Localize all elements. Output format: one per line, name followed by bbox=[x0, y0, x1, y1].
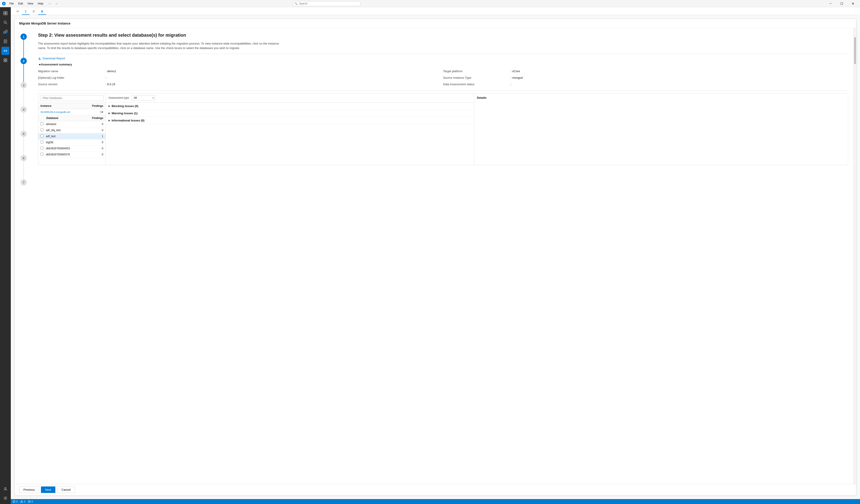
next-button[interactable]: Next bbox=[41, 487, 56, 493]
db-row[interactable]: abhatest 0 bbox=[38, 121, 105, 127]
instance-name: IIILIIIIIIILIIILII.mongodb.net bbox=[41, 110, 87, 113]
step-1-item: 1 bbox=[20, 33, 27, 58]
step-3-circle: 3 bbox=[20, 82, 27, 88]
window-restore-button[interactable] bbox=[836, 0, 847, 7]
svg-rect-12 bbox=[5, 32, 7, 33]
db-row-checkbox[interactable] bbox=[41, 122, 43, 125]
assessment-type-select[interactable]: AllBlockingWarningInformational bbox=[132, 95, 155, 101]
db-row-checkbox[interactable] bbox=[41, 153, 43, 155]
db-row[interactable]: bigDB 0 bbox=[38, 139, 105, 146]
svg-point-27 bbox=[22, 502, 22, 502]
filter-databases-input[interactable] bbox=[40, 95, 104, 101]
target-platform-label: Target platform bbox=[443, 69, 511, 74]
db-row-checkbox-wrapper bbox=[41, 140, 45, 144]
details-panel: Details bbox=[474, 93, 848, 165]
issue-label-2: Informational Issues (0) bbox=[112, 119, 144, 122]
db-row[interactable]: db63828765864653 0 bbox=[38, 146, 105, 152]
search-bar: 🔍 bbox=[293, 1, 360, 6]
instance-row[interactable]: IIILIIIIIIILIIILII.mongodb.net 14 bbox=[38, 109, 105, 115]
previous-button[interactable]: Previous bbox=[19, 487, 39, 493]
nav-forward-button[interactable]: → bbox=[54, 1, 60, 6]
issue-category-0[interactable]: ▶ Blocking Issues (0) bbox=[106, 103, 474, 110]
database-col-header: Database bbox=[46, 117, 90, 120]
sidebar-item-grid[interactable] bbox=[1, 56, 10, 64]
nav-back-button[interactable]: ← bbox=[47, 1, 53, 6]
summary-grid: Migration name : demo1 Target platform :… bbox=[38, 69, 848, 87]
db-row[interactable]: adf_dlq_test 0 bbox=[38, 127, 105, 133]
step-label: Step 2: bbox=[38, 33, 53, 38]
db-row-checkbox-wrapper bbox=[41, 147, 45, 150]
filter-input-wrapper bbox=[38, 93, 105, 103]
issue-category-2[interactable]: ▶ Informational Issues (0) bbox=[106, 117, 474, 124]
sidebar-item-search[interactable] bbox=[1, 18, 10, 27]
db-row-checkbox[interactable] bbox=[41, 140, 43, 144]
step-2-connector bbox=[24, 64, 24, 82]
tab-h[interactable]: H bbox=[14, 9, 22, 15]
svg-point-25 bbox=[14, 502, 14, 502]
warning-count: 0 bbox=[24, 500, 25, 503]
dialog-header: Migrate MongoDB Server Instance bbox=[15, 19, 856, 28]
sidebar-item-notebooks[interactable] bbox=[1, 37, 10, 45]
db-row-checkbox-wrapper bbox=[41, 122, 45, 126]
db-row-checkbox[interactable] bbox=[41, 129, 43, 131]
sidebar-item-account[interactable] bbox=[1, 485, 10, 493]
dialog-title: Migrate MongoDB Server Instance bbox=[19, 21, 70, 25]
migration-name-value: : demo1 bbox=[105, 69, 443, 74]
db-row-checkbox[interactable] bbox=[41, 134, 43, 137]
sidebar-item-extensions[interactable] bbox=[1, 28, 10, 36]
scroll-track[interactable] bbox=[854, 28, 856, 484]
db-row-name: adf_test bbox=[45, 135, 90, 138]
sidebar bbox=[0, 7, 11, 504]
cancel-button[interactable]: Cancel bbox=[57, 487, 75, 493]
issue-chevron-1: ▶ bbox=[109, 112, 110, 115]
tab-number-b[interactable]: B bbox=[38, 9, 46, 15]
db-row-findings: 0 bbox=[90, 122, 103, 126]
titlebar: A File Edit View Help ← → 🔍 ✕ bbox=[0, 0, 860, 7]
svg-rect-6 bbox=[4, 13, 5, 15]
window-minimize-button[interactable] bbox=[825, 0, 836, 7]
section-divider-2 bbox=[38, 90, 848, 90]
error-count: 0 bbox=[16, 500, 17, 503]
scroll-thumb[interactable] bbox=[854, 37, 856, 64]
sidebar-item-settings[interactable] bbox=[1, 494, 10, 502]
window-close-button[interactable]: ✕ bbox=[848, 0, 858, 7]
step-7-circle: 7 bbox=[20, 179, 27, 186]
menu-edit[interactable]: Edit bbox=[16, 1, 25, 6]
sidebar-item-connections[interactable] bbox=[1, 9, 10, 17]
svg-rect-17 bbox=[4, 59, 5, 60]
step-5-item: 5 bbox=[20, 131, 27, 155]
error-icon bbox=[13, 500, 15, 503]
tab-number-1[interactable]: 1 bbox=[22, 9, 30, 15]
search-input[interactable] bbox=[293, 1, 360, 6]
tab-g[interactable]: G bbox=[29, 9, 38, 15]
download-report-link[interactable]: Download Report bbox=[38, 57, 65, 60]
description-text: The assessment report below highlights t… bbox=[38, 41, 286, 50]
tabbar: H 1 G B bbox=[11, 7, 860, 15]
issue-category-1[interactable]: ▶ Warning Issues (1) bbox=[106, 110, 474, 117]
svg-line-9 bbox=[6, 23, 7, 24]
info-count: 0 bbox=[31, 500, 33, 503]
step-6-item: 6 bbox=[20, 155, 27, 179]
nav-buttons: ← → bbox=[47, 1, 60, 6]
db-row[interactable]: db63828765865576 0 bbox=[38, 152, 105, 158]
menu-file[interactable]: File bbox=[8, 1, 15, 6]
sidebar-item-migration[interactable] bbox=[1, 47, 10, 55]
details-title: Details bbox=[477, 96, 845, 100]
menu-help[interactable]: Help bbox=[36, 1, 45, 6]
target-platform-value: : vCore bbox=[511, 69, 848, 74]
summary-title: ◄Assessment summary bbox=[38, 63, 848, 66]
menu-view[interactable]: View bbox=[26, 1, 35, 6]
step-5-circle: 5 bbox=[20, 131, 27, 137]
findings-col-header: Findings bbox=[87, 104, 103, 107]
statusbar: 0 0 0 bbox=[11, 499, 860, 504]
source-instance-type-label: Source Instance Type bbox=[443, 75, 511, 80]
db-row-checkbox[interactable] bbox=[41, 147, 43, 150]
db-row[interactable]: adf_test 1 bbox=[38, 133, 105, 139]
db-row-checkbox-wrapper bbox=[41, 134, 45, 138]
statusbar-info: 0 bbox=[28, 500, 33, 503]
db-row-name: abhatest bbox=[45, 122, 90, 126]
step-6-circle: 6 bbox=[20, 155, 27, 161]
step-4-item: 4 bbox=[20, 106, 27, 131]
db-row-checkbox-wrapper bbox=[41, 153, 45, 156]
window-controls: ✕ bbox=[825, 0, 858, 7]
